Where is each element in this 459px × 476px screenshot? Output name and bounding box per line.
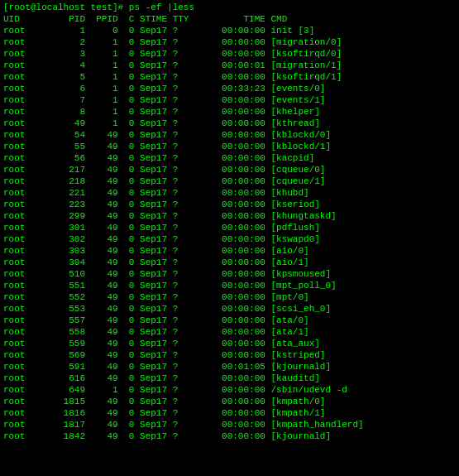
table-row: root 304 49 0 Sep17 ? 00:00:00 [aio/1] [3,257,456,268]
table-row: root 217 49 0 Sep17 ? 00:00:00 [cqueue/0… [3,164,456,175]
table-row: root 299 49 0 Sep17 ? 00:00:00 [khungtas… [3,210,456,222]
table-row: root 4 1 0 Sep17 ? 00:00:01 [migration/1… [3,60,456,71]
table-row: root 6 1 0 Sep17 ? 00:33:23 [events/0] [3,83,456,94]
table-row: root 302 49 0 Sep17 ? 00:00:00 [kswapd0] [3,233,456,245]
table-row: root 558 49 0 Sep17 ? 00:00:00 [ata/1] [3,326,456,338]
table-row: root 557 49 0 Sep17 ? 00:00:00 [ata/0] [3,315,456,326]
table-row: root 221 49 0 Sep17 ? 00:00:00 [khubd] [3,187,456,199]
table-row: root 559 49 0 Sep17 ? 00:00:00 [ata_aux] [3,338,456,349]
table-row: root 55 49 0 Sep17 ? 00:00:00 [kblockd/1… [3,141,456,152]
table-row: root 301 49 0 Sep17 ? 00:00:00 [pdflush] [3,222,456,233]
table-row: root 1816 49 0 Sep17 ? 00:00:00 [kmpath/… [3,407,456,419]
table-row: root 591 49 0 Sep17 ? 00:01:05 [kjournal… [3,361,456,373]
column-header: UID PID PPID C STIME TTY TIME CMD [3,13,456,25]
table-row: root 649 1 0 Sep17 ? 00:00:00 /sbin/udev… [3,384,456,396]
table-row: root 56 49 0 Sep17 ? 00:00:00 [kacpid] [3,152,456,164]
table-row: root 8 1 0 Sep17 ? 00:00:00 [khelper] [3,106,456,118]
table-row: root 5 1 0 Sep17 ? 00:00:00 [ksoftirqd/1… [3,71,456,83]
table-row: root 510 49 0 Sep17 ? 00:00:00 [kpsmouse… [3,268,456,280]
table-row: root 1815 49 0 Sep17 ? 00:00:00 [kmpath/… [3,396,456,407]
table-row: root 303 49 0 Sep17 ? 00:00:00 [aio/0] [3,245,456,257]
table-row: root 54 49 0 Sep17 ? 00:00:00 [kblockd/0… [3,129,456,141]
table-row: root 616 49 0 Sep17 ? 00:00:00 [kauditd] [3,373,456,384]
table-row: root 1817 49 0 Sep17 ? 00:00:00 [kmpath_… [3,419,456,430]
table-row: root 2 1 0 Sep17 ? 00:00:00 [migration/0… [3,36,456,48]
table-row: root 1 0 0 Sep17 ? 00:00:00 init [3] [3,25,456,36]
table-row: root 552 49 0 Sep17 ? 00:00:00 [mpt/0] [3,291,456,303]
prompt-line: [root@localhost test]# ps -ef |less [3,2,456,13]
table-row: root 218 49 0 Sep17 ? 00:00:00 [cqueue/1… [3,175,456,187]
table-row: root 569 49 0 Sep17 ? 00:00:00 [kstriped… [3,349,456,361]
table-row: root 223 49 0 Sep17 ? 00:00:00 [kseriod] [3,199,456,210]
table-row: root 553 49 0 Sep17 ? 00:00:00 [scsi_eh_… [3,303,456,315]
table-row: root 7 1 0 Sep17 ? 00:00:00 [events/1] [3,94,456,106]
table-row: root 551 49 0 Sep17 ? 00:00:00 [mpt_poll… [3,280,456,291]
terminal: [root@localhost test]# ps -ef |less UID … [0,0,459,476]
table-row: root 1842 49 0 Sep17 ? 00:00:00 [kjourna… [3,430,456,442]
table-row: root 3 1 0 Sep17 ? 00:00:00 [ksoftirqd/0… [3,48,456,60]
table-row: root 49 1 0 Sep17 ? 00:00:00 [kthread] [3,118,456,129]
process-list: root 1 0 0 Sep17 ? 00:00:00 init [3]root… [3,25,456,442]
